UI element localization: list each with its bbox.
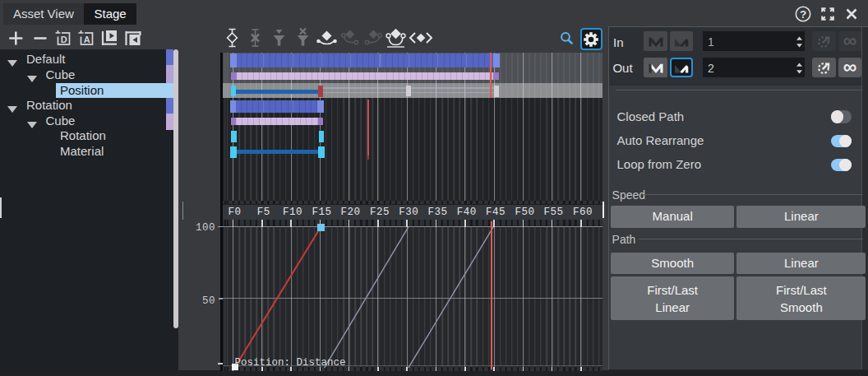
svg-text:?: ? — [800, 8, 806, 21]
